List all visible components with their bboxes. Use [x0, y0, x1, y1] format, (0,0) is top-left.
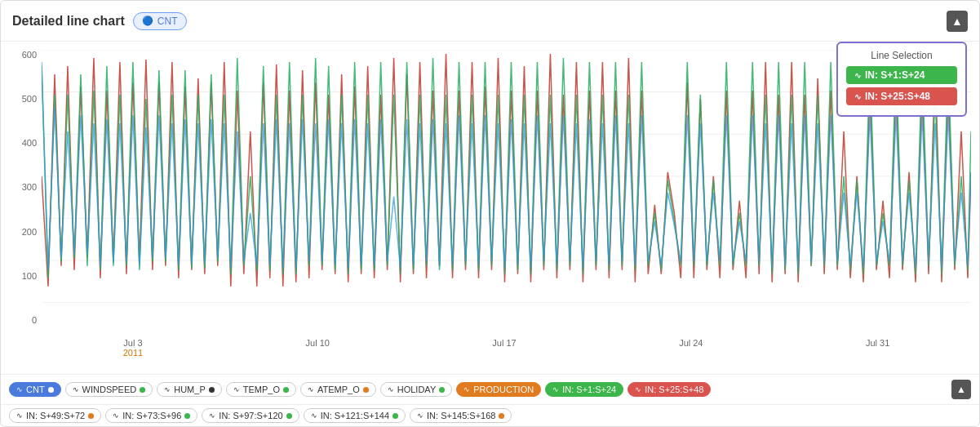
legend-in-s1s24[interactable]: ∿ IN: S+1:S+24	[545, 382, 623, 397]
line-btn-red[interactable]: ∿ IN: S+25:S+48	[846, 87, 957, 105]
legend-cnt-label: CNT	[26, 385, 45, 394]
legend-in-s49s72-icon: ∿	[16, 411, 23, 420]
legend-holiday[interactable]: ∿ HOLIDAY	[380, 382, 452, 397]
legend-tempo-label: TEMP_O	[243, 385, 280, 394]
line-btn-green-icon: ∿	[854, 71, 861, 80]
legend-windspeed[interactable]: ∿ WINDSPEED	[65, 382, 153, 397]
x-label-jul3: Jul 3 2011	[123, 338, 143, 358]
legend-hump-dot	[209, 387, 215, 393]
legend-cnt[interactable]: ∿ CNT	[9, 382, 61, 397]
cnt-badge[interactable]: 🔵 CNT	[133, 12, 187, 30]
cnt-badge-icon: 🔵	[142, 16, 153, 26]
legend-production[interactable]: ∿ PRODUCTION	[456, 382, 541, 397]
legend-in-s49s72-label: IN: S+49:S+72	[26, 411, 85, 420]
y-label-0: 0	[32, 315, 37, 325]
y-label-500: 500	[22, 94, 37, 104]
legend-holiday-dot	[439, 387, 445, 393]
y-label-400: 400	[22, 138, 37, 148]
legend-holiday-label: HOLIDAY	[397, 385, 436, 394]
legend-atempo-label: ATEMP_O	[317, 385, 360, 394]
line-btn-red-label: IN: S+25:S+48	[865, 91, 930, 102]
line-btn-red-icon: ∿	[854, 92, 861, 101]
legend-in-s49s72-dot	[88, 413, 94, 419]
header-collapse-button[interactable]: ▲	[947, 11, 968, 32]
legend-in-s49s72[interactable]: ∿ IN: S+49:S+72	[9, 408, 101, 423]
legend-in-s73s96[interactable]: ∿ IN: S+73:S+96	[105, 408, 197, 423]
legend-footer-row1: ∿ CNT ∿ WINDSPEED ∿ HUM_P ∿ TEMP_O ∿ ATE…	[1, 374, 979, 404]
legend-in-s121s144[interactable]: ∿ IN: S+121:S+144	[304, 408, 406, 423]
legend-in-s25s48-icon: ∿	[635, 385, 641, 394]
legend-windspeed-dot	[140, 387, 145, 393]
x-label-jul24: Jul 24	[679, 338, 703, 358]
cnt-badge-label: CNT	[157, 16, 178, 27]
legend-tempo[interactable]: ∿ TEMP_O	[226, 382, 296, 397]
legend-in-s73s96-label: IN: S+73:S+96	[122, 411, 181, 420]
legend-in-s145s168-label: IN: S+145:S+168	[427, 411, 495, 420]
legend-in-s1s24-icon: ∿	[552, 385, 559, 394]
y-label-200: 200	[22, 227, 37, 237]
legend-cnt-icon: ∿	[16, 385, 23, 394]
legend-atempo-icon: ∿	[308, 385, 314, 394]
chart-area: 600 500 400 300 200 100 0	[1, 42, 979, 374]
legend-hump[interactable]: ∿ HUM_P	[157, 382, 222, 397]
chart-header: Detailed line chart 🔵 CNT ▲	[1, 1, 979, 42]
y-axis: 600 500 400 300 200 100 0	[1, 50, 42, 325]
y-label-100: 100	[22, 271, 37, 281]
legend-in-s121s144-dot	[392, 413, 398, 419]
legend-in-s145s168[interactable]: ∿ IN: S+145:S+168	[410, 408, 512, 423]
legend-in-s145s168-dot	[499, 413, 504, 419]
legend-windspeed-icon: ∿	[73, 385, 79, 394]
legend-in-s25s48-label: IN: S+25:S+48	[645, 385, 703, 394]
legend-atempo-dot	[363, 387, 369, 393]
legend-in-s145s168-icon: ∿	[417, 411, 423, 420]
x-label-jul10: Jul 10	[306, 338, 330, 358]
legend-in-s121s144-icon: ∿	[311, 411, 317, 420]
legend-atempo[interactable]: ∿ ATEMP_O	[300, 382, 376, 397]
line-selection-panel: Line Selection ∿ IN: S+1:S+24 ∿ IN: S+25…	[836, 42, 967, 117]
x-label-jul17: Jul 17	[492, 338, 516, 358]
legend-in-s97s120-dot	[286, 413, 292, 419]
footer-collapse-button[interactable]: ▲	[951, 380, 971, 399]
legend-tempo-icon: ∿	[233, 385, 240, 394]
x-axis: Jul 3 2011 Jul 10 Jul 17 Jul 24 Jul 31	[42, 338, 971, 358]
legend-hump-icon: ∿	[164, 385, 171, 394]
legend-in-s97s120[interactable]: ∿ IN: S+97:S+120	[202, 408, 299, 423]
legend-in-s121s144-label: IN: S+121:S+144	[321, 411, 389, 420]
line-selection-title: Line Selection	[846, 50, 957, 61]
line-btn-green[interactable]: ∿ IN: S+1:S+24	[846, 66, 957, 84]
legend-in-s97s120-icon: ∿	[209, 411, 215, 420]
y-label-300: 300	[22, 182, 37, 192]
legend-in-s25s48[interactable]: ∿ IN: S+25:S+48	[627, 382, 711, 397]
legend-hump-label: HUM_P	[174, 385, 206, 394]
app-container: Detailed line chart 🔵 CNT ▲ 600 500 400 …	[0, 0, 980, 427]
legend-in-s97s120-label: IN: S+97:S+120	[219, 411, 282, 420]
chart-title: Detailed line chart	[12, 14, 125, 29]
line-btn-green-label: IN: S+1:S+24	[865, 69, 925, 81]
legend-in-s1s24-label: IN: S+1:S+24	[562, 385, 616, 394]
legend-cnt-dot	[48, 387, 54, 393]
x-label-jul31: Jul 31	[866, 338, 889, 358]
legend-production-icon: ∿	[463, 385, 470, 394]
legend-holiday-icon: ∿	[388, 385, 394, 394]
legend-in-s73s96-icon: ∿	[113, 411, 119, 420]
legend-windspeed-label: WINDSPEED	[82, 385, 137, 394]
legend-in-s73s96-dot	[184, 413, 190, 419]
legend-production-label: PRODUCTION	[473, 385, 534, 394]
y-label-600: 600	[22, 50, 37, 60]
chart-svg	[42, 50, 971, 303]
legend-footer-row2: ∿ IN: S+49:S+72 ∿ IN: S+73:S+96 ∿ IN: S+…	[1, 404, 979, 426]
legend-tempo-dot	[283, 387, 289, 393]
header-left: Detailed line chart 🔵 CNT	[12, 12, 187, 30]
